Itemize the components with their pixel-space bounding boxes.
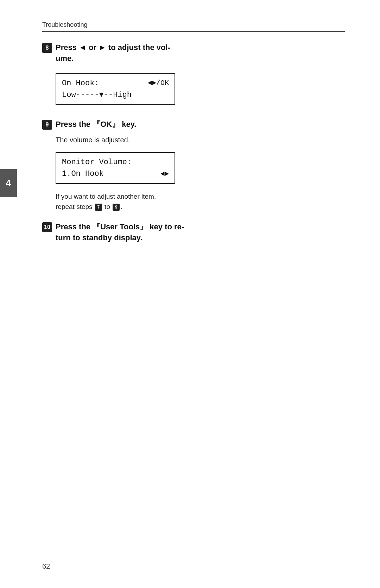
step-9-lcd-line2-right: ◄► (160, 169, 169, 179)
step-9-line: 9 Press the 『OK』 key. (42, 119, 345, 130)
step-ref-7: 7 (95, 204, 102, 211)
step-9-number: 9 (42, 120, 52, 130)
step-8-block: 8 Press ◄ or ► to adjust the vol-ume. On… (42, 42, 345, 109)
step-10-line: 10 Press the 『User Tools』 key to re-turn… (42, 222, 345, 243)
step-ref-9: 9 (113, 204, 120, 211)
step-10-block: 10 Press the 『User Tools』 key to re-turn… (42, 222, 345, 243)
step-9-body: The volume is adjusted. (56, 135, 345, 145)
step-9-lcd-line1: Monitor Volume: (62, 156, 169, 168)
page-header: Troubleshooting (42, 21, 345, 32)
step-8-lcd-line1: On Hook: ◄►/OK (62, 78, 169, 89)
step-9-note: If you want to adjust another item, repe… (56, 192, 345, 212)
step-8-lcd-line1-left: On Hook: (62, 78, 99, 89)
step-9-lcd-line2-left: 1.On Hook (62, 168, 104, 180)
chapter-tab: 4 (0, 169, 17, 197)
step-10-number: 10 (42, 222, 52, 232)
step-9-lcd-line2: 1.On Hook ◄► (62, 168, 169, 180)
step-9-block: 9 Press the 『OK』 key. The volume is adju… (42, 119, 345, 212)
step-8-line: 8 Press ◄ or ► to adjust the vol-ume. (42, 42, 345, 64)
step-9-lcd: Monitor Volume: 1.On Hook ◄► (56, 152, 175, 184)
step-9-lcd-line1-left: Monitor Volume: (62, 156, 132, 168)
step-9-text: Press the 『OK』 key. (56, 119, 136, 130)
step-8-text: Press ◄ or ► to adjust the vol-ume. (56, 42, 170, 64)
step-10-text: Press the 『User Tools』 key to re-turn to… (56, 222, 184, 243)
chapter-tab-label: 4 (6, 178, 11, 189)
section-title: Troubleshooting (42, 21, 87, 28)
step-8-lcd-line1-right: ◄►/OK (148, 78, 169, 88)
step-8-lcd: On Hook: ◄►/OK Low-----▼--High (56, 73, 175, 105)
page-number: 62 (42, 562, 50, 570)
step-8-lcd-line2-left: Low-----▼--High (62, 89, 132, 101)
step-8-number: 8 (42, 43, 52, 53)
step-8-lcd-line2: Low-----▼--High (62, 89, 169, 101)
page-container: 4 Troubleshooting 8 Press ◄ or ► to adju… (0, 0, 380, 588)
